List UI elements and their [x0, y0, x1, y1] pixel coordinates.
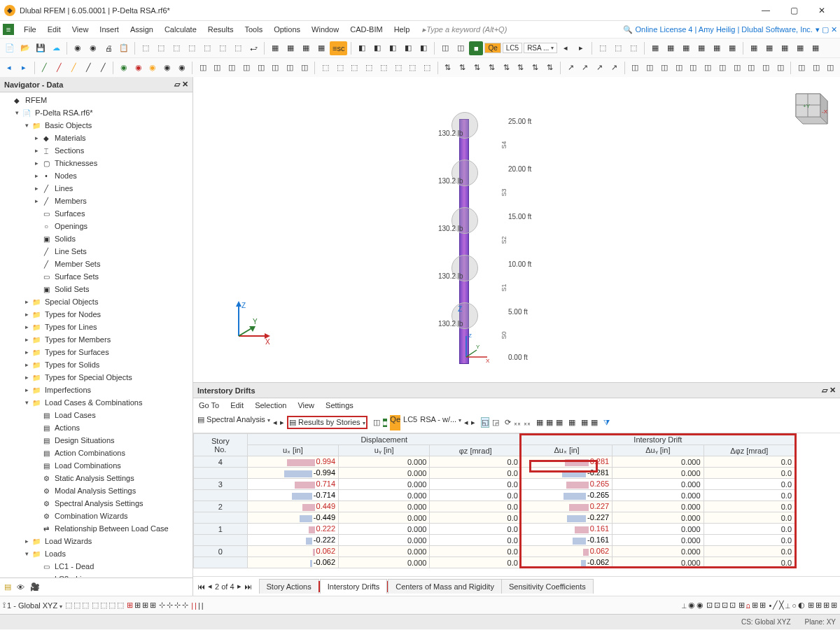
bt-btn[interactable]: •	[769, 601, 771, 610]
panel-tb-btn[interactable]: ₓₓ	[514, 418, 521, 427]
menu-view[interactable]: View	[66, 25, 94, 34]
tb-btn[interactable]: ▦	[762, 41, 776, 55]
tb2-btn[interactable]: ◫	[269, 61, 282, 75]
menu-assign[interactable]: Assign	[125, 25, 159, 34]
tree-types-5[interactable]: ▸📁Types for Solids	[0, 358, 192, 371]
tb2-btn[interactable]: ◫	[629, 61, 642, 75]
tree-basic-11[interactable]: ▭Surface Sets	[0, 270, 192, 283]
tb2-btn[interactable]: ⬚	[318, 61, 332, 75]
panel-tb-btn[interactable]: ⟳	[505, 418, 511, 427]
panel-lc[interactable]: LC5	[403, 415, 417, 430]
tb2-btn[interactable]: ⬚	[333, 61, 346, 75]
tb-btn[interactable]: ◧	[355, 41, 369, 55]
tb-btn[interactable]: ◧	[416, 41, 430, 55]
tb-btn[interactable]: ⮐	[246, 41, 260, 55]
tb2-btn[interactable]: ⇅	[514, 61, 527, 75]
bt-btn[interactable]: ⬚	[92, 601, 99, 610]
tb-btn[interactable]: ▦	[268, 41, 282, 55]
bt-btn[interactable]: ⊡	[729, 601, 736, 610]
tb-btn[interactable]: ◧	[401, 41, 415, 55]
tree-file[interactable]: ▾📄P-Delta RSA.rf6*	[0, 106, 192, 119]
search-input[interactable]: ▸ Type a keyword (Alt+Q)	[422, 25, 507, 34]
cloud-icon[interactable]: ☁	[49, 41, 63, 55]
tree-lc-1[interactable]: ▤Actions	[0, 421, 192, 434]
panel-tb-btn[interactable]: ◫	[373, 418, 380, 427]
bt-btn[interactable]: ⊡	[722, 601, 728, 610]
tb2-btn[interactable]: ◫	[745, 61, 758, 75]
tab-centers[interactable]: Centers of Mass and Rigidity	[388, 579, 502, 594]
tb2-btn[interactable]: ◉	[146, 61, 160, 75]
bt-btn[interactable]: ⊡	[714, 601, 720, 610]
bt-btn[interactable]: |	[198, 601, 200, 610]
minimize-button[interactable]: —	[752, 1, 780, 20]
panel-tb-btn[interactable]: ■	[383, 419, 388, 427]
bt-btn[interactable]: ⊞	[752, 601, 758, 610]
tb2-btn[interactable]: ◫	[824, 61, 837, 75]
tab-sensitivity[interactable]: Sensitivity Coefficients	[501, 579, 594, 594]
tree-basic-2[interactable]: ▸▢Thicknesses	[0, 157, 192, 169]
open-icon[interactable]: 📂	[18, 41, 32, 55]
tb-btn[interactable]: ◧	[386, 41, 400, 55]
tb2-btn[interactable]: ◫	[730, 61, 743, 75]
tb2-btn[interactable]: ⇅	[500, 61, 513, 75]
panel-dock-icon[interactable]: ▱	[822, 386, 827, 394]
tree-basic[interactable]: ▾📁Basic Objects	[0, 119, 192, 132]
tb2-btn[interactable]: ◫	[254, 61, 267, 75]
menu-calculate[interactable]: Calculate	[159, 25, 202, 34]
tb-btn[interactable]: ⬚	[596, 41, 610, 55]
tb2-btn[interactable]: ⇅	[456, 61, 469, 75]
tb2-btn[interactable]: ⇅	[470, 61, 484, 75]
tb2-btn[interactable]: ⬚	[377, 61, 391, 75]
results-by-combo[interactable]: ▤ Results by Stories ▾	[289, 418, 365, 426]
tree-lc-4[interactable]: ▤Load Combinations	[0, 459, 192, 472]
rsa-combo[interactable]: RSA ... ▾	[524, 43, 557, 53]
bt-btn[interactable]: ╱	[773, 601, 778, 610]
tree-types-2[interactable]: ▸📁Types for Lines	[0, 321, 192, 333]
bt-btn[interactable]: ⊞	[760, 601, 766, 610]
tree-basic-4[interactable]: ▸╱Lines	[0, 182, 192, 195]
nav-data-icon[interactable]: ▤	[4, 582, 11, 592]
tb2-btn[interactable]: ◫	[240, 61, 253, 75]
tb2-btn[interactable]: ◫	[794, 61, 808, 75]
tree-basic-0[interactable]: ▸◆Materials	[0, 132, 192, 144]
panel-selection[interactable]: Selection	[255, 401, 286, 410]
tb-btn[interactable]: ⬚	[200, 41, 214, 55]
next-icon[interactable]: ▸	[471, 418, 475, 427]
tb2-btn[interactable]: ↗	[608, 61, 621, 75]
first-icon[interactable]: ⏮	[197, 582, 205, 591]
view-cube[interactable]: +Y -X	[785, 85, 832, 132]
tree-lc[interactable]: ▾📁Load Cases & Combinations	[0, 396, 192, 409]
tree-basic-6[interactable]: ▭Surfaces	[0, 207, 192, 220]
tb-btn[interactable]: ▦	[694, 41, 708, 55]
tb-btn[interactable]: ⬚	[169, 41, 183, 55]
bt-btn[interactable]: ⊹	[174, 601, 181, 610]
undo-icon[interactable]: ◉	[71, 41, 85, 55]
tree-types-6[interactable]: ▸📁Types for Special Objects	[0, 371, 192, 384]
tb-btn[interactable]: ▦	[747, 41, 761, 55]
tb2-btn[interactable]: ◫	[716, 61, 729, 75]
save-icon[interactable]: 💾	[34, 41, 48, 55]
panel-tb-btn[interactable]: ▦	[546, 418, 553, 427]
menu-tools[interactable]: Tools	[239, 25, 268, 34]
bt-btn[interactable]: ⊞	[816, 601, 822, 610]
panel-tb-btn[interactable]: ▦	[536, 418, 543, 427]
menu-file[interactable]: File	[18, 25, 42, 34]
nav-close-icon[interactable]: ✕	[182, 80, 188, 88]
license-info[interactable]: 🔍 Online License 4 | Amy Heilig | Dlubal…	[623, 25, 837, 34]
magnet-icon[interactable]: ⩍	[746, 601, 750, 610]
app-menu-icon[interactable]: ≡	[3, 24, 14, 35]
tb2-btn[interactable]: ◫	[760, 61, 773, 75]
tree-load-1[interactable]: ▭LC2 - Live	[0, 573, 192, 578]
menu-cadbim[interactable]: CAD-BIM	[344, 25, 388, 34]
bt-btn[interactable]: ⬚	[108, 601, 115, 610]
tb-btn[interactable]: ▦	[648, 41, 662, 55]
tree-lc-2[interactable]: ▤Design Situations	[0, 434, 192, 447]
tree-lc-9[interactable]: ⇄Relationship Between Load Case	[0, 522, 192, 535]
bt-btn[interactable]: ◉	[688, 601, 695, 610]
tb2-btn[interactable]: ◫	[298, 61, 312, 75]
bt-btn[interactable]: ⊡	[706, 601, 713, 610]
tb2-btn[interactable]: ◫	[657, 61, 671, 75]
panel-settings[interactable]: Settings	[326, 401, 354, 410]
bt-btn[interactable]: ⬚	[65, 601, 72, 610]
tree-load-0[interactable]: ▭LC1 - Dead	[0, 560, 192, 573]
